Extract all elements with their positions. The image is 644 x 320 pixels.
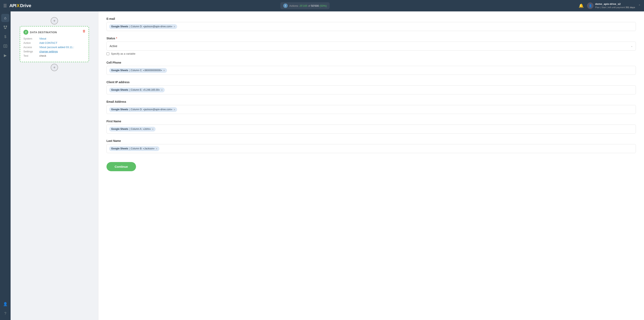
client-ip-label: Client IP address	[106, 81, 636, 84]
system-value[interactable]: Vbout	[39, 37, 46, 40]
sidebar-item-help[interactable]: ?	[1, 309, 9, 317]
first-name-label: First Name	[106, 120, 636, 123]
email-address-tag: Google Sheets | Column D: «jackson@apix-…	[109, 107, 177, 112]
last-name-tag: Google Sheets | Column B: «Jackson» ×	[109, 146, 160, 151]
sidebar-item-profile[interactable]: 👤	[1, 300, 9, 308]
nav-left: ☰ API X Drive	[3, 3, 31, 8]
last-name-tag-source: Google Sheets	[111, 147, 128, 150]
first-name-field-section: First Name Google Sheets | Column A: «Jo…	[106, 120, 636, 134]
actions-current: 25'165	[300, 4, 308, 7]
logo: API X Drive	[9, 3, 31, 8]
actions-badge: i Actions: 25'165 of 50'000 (50%)	[280, 2, 330, 9]
hamburger-menu[interactable]: ☰	[3, 3, 7, 8]
email-field-section: E-mail Google Sheets | Column D: «jackso…	[106, 17, 636, 31]
actions-label: Actions:	[289, 4, 299, 7]
last-name-tag-detail: | Column B: «Jackson»	[130, 147, 154, 150]
client-ip-tag-input[interactable]: Google Sheets | Column E: «5.248.165.00»…	[106, 85, 636, 94]
cell-phone-tag-detail: | Column C: «380000000000»	[130, 69, 162, 72]
actions-percent: (50%)	[320, 4, 327, 7]
sidebar-item-diagram[interactable]	[1, 23, 9, 31]
top-navigation: ☰ API X Drive i Actions: 25'165 of 50'00…	[0, 0, 644, 12]
access-label: Access	[24, 46, 38, 49]
sidebar-item-billing[interactable]: $	[1, 33, 9, 41]
actions-total: 50'000	[311, 4, 319, 7]
card-header: 2 DATA DESTINATION	[24, 30, 85, 35]
cell-phone-tag-source: Google Sheets	[111, 69, 128, 72]
status-variable-row: Specify as a variable	[106, 52, 636, 55]
cell-phone-label: Cell Phone	[106, 61, 636, 64]
action-label: Action	[24, 41, 38, 45]
username: demo_apix-drive_s2	[595, 2, 635, 6]
nav-center: i Actions: 25'165 of 50'000 (50%)	[280, 2, 330, 9]
sidebar-item-tasks[interactable]	[1, 42, 9, 50]
settings-value[interactable]: change settings	[39, 50, 58, 53]
specify-variable-label[interactable]: Specify as a variable	[111, 52, 136, 55]
logo-drive-text: Drive	[20, 3, 31, 8]
left-panel: + 🗑 2 DATA DESTINATION System Vbout Acti…	[10, 12, 98, 320]
first-name-tag-detail: | Column A: «John»	[130, 128, 151, 130]
specify-variable-checkbox[interactable]	[106, 52, 109, 55]
continue-button[interactable]: Continue	[106, 162, 136, 171]
add-top-button[interactable]: +	[51, 17, 58, 25]
action-value: Add CONTACT	[39, 41, 58, 45]
status-selected-value: Active	[110, 45, 117, 48]
last-name-tag-close[interactable]: ×	[156, 147, 158, 150]
card-row-action: Action Add CONTACT	[24, 41, 85, 45]
logo-x-text: X	[17, 3, 20, 8]
email-tag-column: | Column D: «jackson@apix-drive.com»	[130, 25, 172, 28]
client-ip-tag-source: Google Sheets	[111, 89, 128, 91]
svg-rect-0	[4, 26, 5, 27]
status-label: Status *	[106, 37, 636, 40]
card-row-test: Test check	[24, 54, 85, 57]
sidebar-item-media[interactable]: ▶	[1, 51, 9, 60]
main-layout: + 🗑 2 DATA DESTINATION System Vbout Acti…	[10, 12, 644, 320]
right-panel: E-mail Google Sheets | Column D: «jackso…	[98, 12, 644, 320]
card-title: DATA DESTINATION	[30, 31, 57, 34]
client-ip-tag: Google Sheets | Column E: «5.248.165.00»…	[109, 88, 165, 92]
first-name-tag-close[interactable]: ×	[152, 128, 154, 131]
cell-phone-tag-input[interactable]: Google Sheets | Column C: «380000000000»…	[106, 66, 636, 75]
last-name-field-section: Last Name Google Sheets | Column B: «Jac…	[106, 139, 636, 153]
expand-icon[interactable]: ⌃	[638, 4, 641, 7]
user-area: 👤 demo_apix-drive_s2 Plan | Start | left…	[587, 2, 635, 9]
client-ip-tag-detail: | Column E: «5.248.165.00»	[130, 89, 160, 91]
svg-rect-1	[6, 26, 7, 27]
chevron-down-icon: ⌄	[631, 45, 633, 48]
card-row-access: Access Vbout (account added 03.11.:	[24, 46, 85, 49]
email-address-field-section: Email Address Google Sheets | Column D: …	[106, 100, 636, 114]
client-ip-field-section: Client IP address Google Sheets | Column…	[106, 81, 636, 94]
first-name-tag-source: Google Sheets	[111, 128, 128, 130]
email-address-tag-close[interactable]: ×	[174, 108, 175, 111]
sidebar: ⌂ $ ▶ 👤 ?	[0, 12, 10, 320]
svg-rect-6	[4, 45, 7, 48]
nav-right: 🔔 👤 demo_apix-drive_s2 Plan | Start | le…	[579, 2, 641, 9]
status-dropdown[interactable]: Active ⌄	[106, 42, 636, 51]
bell-icon[interactable]: 🔔	[579, 3, 584, 8]
test-label: Test	[24, 54, 38, 57]
email-tag-input[interactable]: Google Sheets | Column D: «jackson@apix-…	[106, 22, 636, 31]
email-address-tag-detail: | Column D: «jackson@apix-drive.com»	[130, 108, 172, 111]
email-address-label: Email Address	[106, 100, 636, 103]
system-label: System	[24, 37, 38, 40]
last-name-tag-input[interactable]: Google Sheets | Column B: «Jackson» ×	[106, 144, 636, 153]
test-value: check	[39, 54, 46, 57]
access-value[interactable]: Vbout (account added 03.11.:	[39, 46, 74, 49]
cell-phone-field-section: Cell Phone Google Sheets | Column C: «38…	[106, 61, 636, 75]
destination-card: 🗑 2 DATA DESTINATION System Vbout Action…	[20, 26, 89, 62]
first-name-tag-input[interactable]: Google Sheets | Column A: «John» ×	[106, 125, 636, 134]
settings-label: Settings	[24, 50, 38, 53]
status-field-section: Status * Active ⌄ Specify as a variable	[106, 37, 636, 55]
last-name-label: Last Name	[106, 139, 636, 142]
email-address-tag-input[interactable]: Google Sheets | Column D: «jackson@apix-…	[106, 105, 636, 114]
email-tag-close[interactable]: ×	[174, 25, 175, 28]
sidebar-item-home[interactable]: ⌂	[1, 14, 9, 22]
user-plan: Plan | Start | left until payment 351 da…	[595, 6, 635, 9]
add-bottom-button[interactable]: +	[51, 64, 58, 71]
avatar: 👤	[587, 3, 594, 9]
cell-phone-tag: Google Sheets | Column C: «380000000000»…	[109, 68, 167, 73]
card-delete-button[interactable]: 🗑	[82, 29, 86, 33]
first-name-tag: Google Sheets | Column A: «John» ×	[109, 127, 156, 131]
client-ip-tag-close[interactable]: ×	[161, 89, 163, 92]
card-row-settings: Settings change settings	[24, 50, 85, 53]
cell-phone-tag-close[interactable]: ×	[163, 69, 165, 72]
